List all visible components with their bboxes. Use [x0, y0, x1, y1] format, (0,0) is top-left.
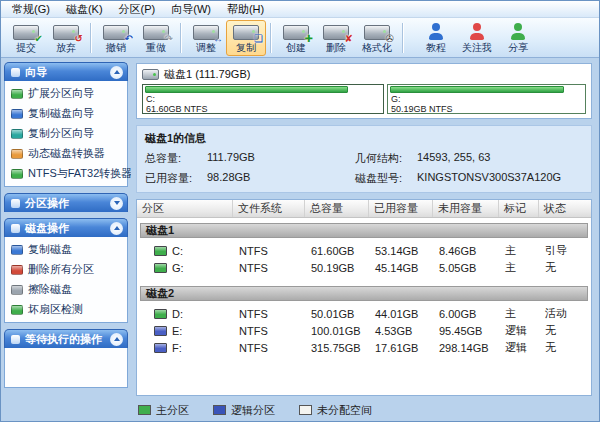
column-status[interactable]: 状态 [539, 200, 591, 217]
pending-ops-list [4, 348, 128, 388]
column-filesystem[interactable]: 文件系统 [233, 200, 305, 217]
resize-button[interactable]: ↔ 调整 [186, 20, 226, 56]
menu-partition[interactable]: 分区(P) [111, 1, 164, 18]
format-button[interactable]: ✇ 格式化 [356, 20, 398, 56]
cell-total: 61.60GB [306, 245, 370, 257]
follow-me-button[interactable]: 关注我 [456, 19, 498, 56]
sidebar-item-copy-disk[interactable]: 复制磁盘 [8, 242, 124, 257]
table-row-g[interactable]: G: NTFS 50.19GB 45.14GB 5.05GB 主 无 [138, 259, 590, 276]
share-icon [508, 23, 528, 40]
legend-logical: 逻辑分区 [213, 403, 275, 418]
pending-ops-section-header[interactable]: 等待执行的操作 [4, 329, 128, 348]
wizard-header-icon [11, 68, 20, 77]
item-label: NTFS与FAT32转换器 [28, 166, 131, 181]
cell-flag: 逻辑 [500, 340, 540, 355]
create-button[interactable]: ✚ 创建 [276, 20, 316, 56]
item-label: 坏扇区检测 [28, 302, 83, 317]
cell-total: 50.01GB [306, 308, 370, 320]
partition-block-c[interactable]: C: 61.60GB NTFS [142, 84, 384, 114]
group-label: 磁盘1 [146, 223, 174, 238]
partition-ops-section-header[interactable]: 分区操作 [4, 193, 128, 212]
discard-button[interactable]: ↺ 放弃 [46, 20, 86, 56]
sidebar-item-bad-sector-test[interactable]: 坏扇区检测 [8, 302, 124, 317]
copy-partition-wizard-icon [11, 129, 23, 139]
extend-partition-wizard-icon [11, 89, 23, 99]
item-label: 扩展分区向导 [28, 86, 94, 101]
cell-partition: D: [172, 308, 183, 320]
column-flag[interactable]: 标记 [499, 200, 539, 217]
table-body: 磁盘1 C: NTFS 61.60GB 53.14GB 8.46GB 主 引导 [137, 218, 591, 395]
primary-partition-icon [154, 309, 167, 319]
sidebar-section-pending-ops: 等待执行的操作 [4, 329, 128, 388]
cell-free: 95.45GB [434, 325, 500, 337]
cell-status: 无 [540, 340, 590, 355]
menu-disk[interactable]: 磁盘(K) [58, 1, 111, 18]
table-row-f[interactable]: F: NTFS 315.75GB 17.61GB 298.14GB 逻辑 无 [138, 339, 590, 356]
disk-ops-section-header[interactable]: 磁盘操作 [4, 218, 128, 237]
menu-wizard[interactable]: 向导(W) [163, 1, 219, 18]
cell-free: 5.05GB [434, 262, 500, 274]
toolbar: ✔ 提交 ↺ 放弃 ↶ 撤销 ↷ 重做 ↔ 调整 ❏ 复制 ✚ 创建 [1, 18, 599, 58]
primary-partition-swatch [138, 405, 151, 415]
cell-partition: C: [172, 245, 183, 257]
column-total[interactable]: 总容量 [305, 200, 369, 217]
tutorial-icon [426, 23, 446, 40]
sidebar-item-delete-all-partitions[interactable]: 删除所有分区 [8, 262, 124, 277]
used-space-bar [390, 86, 564, 93]
cell-flag: 主 [500, 243, 540, 258]
cell-flag: 主 [500, 306, 540, 321]
table-row-e[interactable]: E: NTFS 100.01GB 4.53GB 95.45GB 逻辑 无 [138, 322, 590, 339]
column-used[interactable]: 已用容量 [369, 200, 433, 217]
collapse-chevron-icon[interactable] [110, 222, 123, 235]
disk-icon [142, 69, 159, 80]
undo-button[interactable]: ↶ 撤销 [96, 20, 136, 56]
sidebar-item-dynamic-disk-converter[interactable]: 动态磁盘转换器 [8, 146, 124, 161]
table-row-d[interactable]: D: NTFS 50.01GB 44.01GB 6.00GB 主 活动 [138, 305, 590, 322]
item-label: 擦除磁盘 [28, 282, 72, 297]
disk-info-title: 磁盘1的信息 [145, 131, 583, 146]
format-icon: ✇ [364, 25, 390, 40]
primary-partition-icon [154, 246, 167, 256]
redo-label: 重做 [146, 41, 166, 55]
partition-letter: G: [390, 94, 583, 104]
toolbar-separator [90, 23, 92, 53]
share-button[interactable]: 分享 [498, 19, 538, 56]
sidebar-item-wipe-disk[interactable]: 擦除磁盘 [8, 282, 124, 297]
cell-partition: G: [172, 262, 184, 274]
partition-block-g[interactable]: G: 50.19GB NTFS [387, 84, 586, 114]
legend-primary: 主分区 [138, 403, 189, 418]
cell-used: 45.14GB [370, 262, 434, 274]
sidebar-item-copy-partition-wizard[interactable]: 复制分区向导 [8, 126, 124, 141]
cell-flag: 主 [500, 260, 540, 275]
disk2-group-row[interactable]: 磁盘2 [140, 286, 588, 301]
copy-disk-icon [11, 245, 23, 255]
toolbar-separator [402, 23, 404, 53]
sidebar-section-partition-ops: 分区操作 [4, 193, 128, 212]
sidebar-item-copy-disk-wizard[interactable]: 复制磁盘向导 [8, 106, 124, 121]
disk1-group-row[interactable]: 磁盘1 [140, 223, 588, 238]
tutorial-button[interactable]: 教程 [416, 19, 456, 56]
column-free[interactable]: 未用容量 [433, 200, 499, 217]
discard-label: 放弃 [56, 41, 76, 55]
legend-label: 主分区 [156, 403, 189, 418]
cell-filesystem: NTFS [234, 308, 306, 320]
collapse-chevron-icon[interactable] [110, 66, 123, 79]
delete-button[interactable]: ✘ 删除 [316, 20, 356, 56]
undo-label: 撤销 [106, 41, 126, 55]
sidebar-item-extend-partition-wizard[interactable]: 扩展分区向导 [8, 86, 124, 101]
share-label: 分享 [508, 41, 528, 55]
copy-button[interactable]: ❏ 复制 [226, 20, 266, 56]
cell-flag: 逻辑 [500, 323, 540, 338]
menu-general[interactable]: 常规(G) [4, 1, 58, 18]
column-partition[interactable]: 分区 [137, 200, 233, 217]
wizards-section-header[interactable]: 向导 [4, 62, 128, 81]
redo-button[interactable]: ↷ 重做 [136, 20, 176, 56]
table-row-c[interactable]: C: NTFS 61.60GB 53.14GB 8.46GB 主 引导 [138, 242, 590, 259]
commit-button[interactable]: ✔ 提交 [6, 20, 46, 56]
discard-icon: ↺ [53, 25, 79, 40]
sidebar-item-ntfs-fat32-converter[interactable]: NTFS与FAT32转换器 [8, 166, 124, 181]
collapse-chevron-icon[interactable] [110, 333, 123, 346]
menu-help[interactable]: 帮助(H) [219, 1, 272, 18]
expand-chevron-icon[interactable] [110, 197, 123, 210]
partition-table: 分区 文件系统 总容量 已用容量 未用容量 标记 状态 磁盘1 C: N [136, 199, 592, 396]
